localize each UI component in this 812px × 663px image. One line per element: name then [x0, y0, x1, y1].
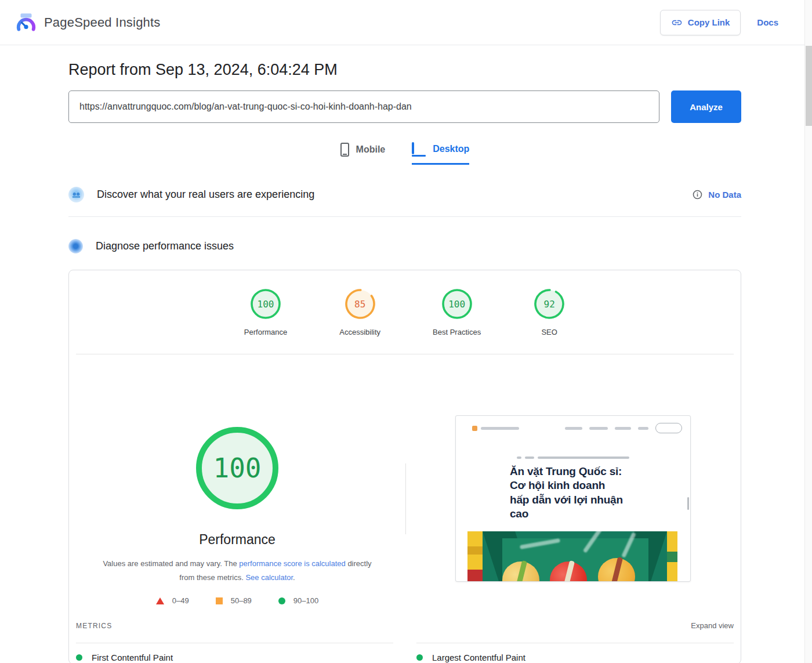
tab-desktop-label: Desktop [433, 144, 469, 154]
thumb-nav-item-placeholder [589, 427, 608, 430]
tab-mobile-label: Mobile [356, 144, 386, 155]
thumb-scrollbar [687, 497, 689, 510]
performance-description: Values are estimated and may vary. The p… [98, 557, 376, 585]
thumb-nav-item-placeholder [638, 427, 648, 430]
category-seo[interactable]: 92 SEO [533, 288, 566, 336]
best-practices-score: 100 [441, 288, 473, 320]
thumb-article-photo [467, 531, 677, 582]
score-calc-link[interactable]: performance score is calculated [239, 559, 346, 568]
performance-main-gauge: 100 [194, 425, 280, 511]
desktop-icon [412, 143, 426, 155]
score-legend: 0–49 50–89 90–100 [156, 596, 318, 605]
field-data-title: Discover what your real users are experi… [97, 189, 314, 201]
legend-good-range: 90–100 [293, 596, 318, 605]
thumb-nav-item-placeholder [615, 427, 631, 430]
thumb-site-brand [472, 426, 519, 431]
photo-packaging-right [667, 531, 677, 582]
real-users-icon [68, 187, 84, 202]
page-scrollbar[interactable] [804, 0, 812, 663]
app-title: PageSpeed Insights [44, 15, 161, 30]
performance-main-score: 100 [194, 425, 280, 511]
desc-text: . [293, 573, 295, 582]
diagnose-icon [68, 239, 83, 253]
metric-lcp-label: Largest Contentful Paint [432, 653, 525, 662]
copy-link-label: Copy Link [688, 17, 730, 27]
thumb-site-nav [565, 423, 682, 433]
performance-score: 100 [249, 288, 282, 320]
lab-data-section: Diagnose performance issues [68, 239, 741, 253]
device-tabs: Mobile Desktop [68, 143, 741, 165]
report-title: Report from Sep 13, 2024, 6:04:24 PM [68, 61, 741, 79]
expand-view-button[interactable]: Expand view [691, 621, 734, 630]
best-practices-gauge: 100 [441, 288, 473, 320]
metric-fcp: First Contentful Paint [76, 653, 393, 662]
seo-gauge: 92 [533, 288, 566, 320]
thumb-site-logo [472, 426, 477, 431]
thumb-brand-text-placeholder [481, 427, 519, 430]
no-data-label: No Data [708, 190, 741, 200]
metrics-heading: METRICS [76, 622, 112, 630]
green-circle-icon [278, 597, 285, 604]
red-triangle-icon [156, 597, 164, 604]
accessibility-score: 85 [344, 288, 376, 320]
legend-fail-range: 0–49 [172, 596, 189, 605]
performance-summary: 100 Performance Values are estimated and… [69, 354, 405, 605]
brand[interactable]: PageSpeed Insights [15, 12, 161, 34]
pagespeed-logo-icon [15, 12, 37, 34]
thumb-breadcrumb-placeholder [456, 457, 690, 459]
section-divider [68, 216, 741, 217]
field-data-section: Discover what your real users are experi… [68, 187, 741, 202]
info-icon [693, 190, 702, 200]
tab-mobile[interactable]: Mobile [340, 143, 386, 165]
analyze-button[interactable]: Analyze [671, 90, 741, 123]
category-performance[interactable]: 100 Performance [244, 288, 287, 336]
page-screenshot-thumbnail[interactable]: Ăn vặt Trung Quốc sỉ: Cơ hội kinh doanh … [455, 415, 691, 582]
performance-gauge: 100 [249, 288, 282, 320]
scrollbar-thumb[interactable] [806, 46, 812, 126]
link-icon [671, 17, 683, 28]
metric-fcp-label: First Contentful Paint [92, 653, 173, 662]
legend-average: 50–89 [216, 596, 252, 605]
thumb-nav-item-placeholder [565, 427, 582, 430]
see-calculator-link[interactable]: See calculator [245, 573, 293, 582]
legend-fail: 0–49 [156, 596, 189, 605]
metric-column-left: First Contentful Paint [76, 643, 393, 662]
no-data-link[interactable]: No Data [693, 190, 741, 200]
accessibility-gauge: 85 [344, 288, 376, 320]
seo-label: SEO [533, 328, 566, 336]
thumb-contact-button-placeholder [655, 423, 682, 433]
category-best-practices[interactable]: 100 Best Practices [433, 288, 481, 336]
good-score-dot-icon [76, 654, 82, 661]
thumb-article-heading: Ăn vặt Trung Quốc sỉ: Cơ hội kinh doanh … [510, 465, 643, 521]
column-divider [405, 463, 406, 534]
app-header: PageSpeed Insights Copy Link Docs [0, 0, 812, 45]
seo-score: 92 [533, 288, 566, 320]
docs-link[interactable]: Docs [757, 17, 778, 27]
metric-lcp: Largest Contentful Paint [416, 653, 734, 662]
desc-text: Values are estimated and may vary. The [103, 559, 239, 568]
mobile-icon [340, 143, 349, 157]
copy-link-button[interactable]: Copy Link [660, 10, 741, 35]
performance-panel-title: Performance [199, 532, 276, 548]
thumb-site-header [456, 416, 690, 433]
orange-square-icon [216, 597, 223, 604]
accessibility-label: Accessibility [339, 328, 380, 336]
good-score-dot-icon [416, 654, 423, 661]
photo-packaging-left [467, 531, 483, 582]
legend-good: 90–100 [278, 596, 318, 605]
report-card: 100 Performance 85 Accessibility 100 Bes… [68, 270, 741, 663]
lab-data-title: Diagnose performance issues [96, 240, 234, 252]
category-accessibility[interactable]: 85 Accessibility [339, 288, 380, 336]
url-input[interactable] [68, 90, 659, 123]
legend-average-range: 50–89 [231, 596, 252, 605]
metric-column-right: Largest Contentful Paint [416, 643, 734, 662]
category-scores: 100 Performance 85 Accessibility 100 Bes… [69, 270, 741, 336]
best-practices-label: Best Practices [433, 328, 481, 336]
performance-label: Performance [244, 328, 287, 336]
tab-desktop[interactable]: Desktop [412, 143, 469, 165]
